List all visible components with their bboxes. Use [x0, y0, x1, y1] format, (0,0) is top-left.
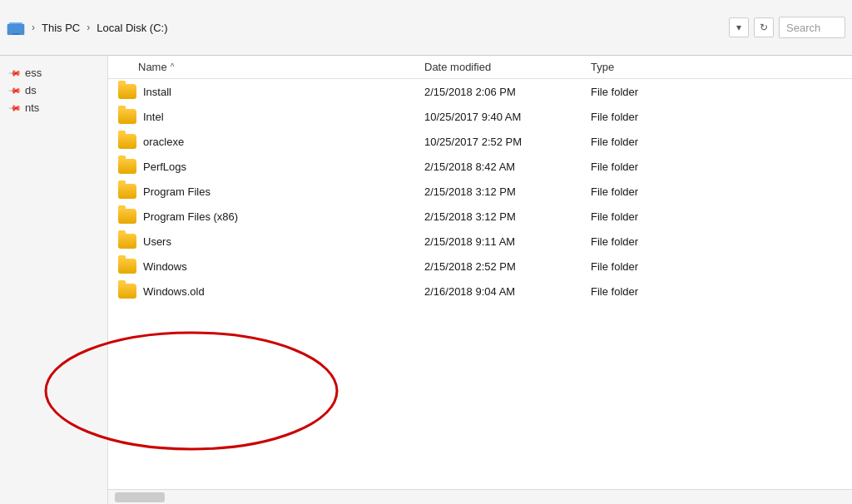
file-name-text: Windows.old	[143, 285, 205, 298]
sidebar-label-1: ess	[25, 67, 42, 79]
file-type-cell: File folder	[591, 185, 716, 198]
file-list-header: Name ^ Date modified Type	[108, 56, 852, 79]
file-date-cell: 2/15/2018 3:12 PM	[424, 185, 591, 198]
file-type-cell: File folder	[591, 210, 716, 223]
sidebar-label-3: nts	[25, 101, 39, 114]
table-row[interactable]: Program Files (x86) 2/15/2018 3:12 PM Fi…	[108, 204, 852, 229]
table-row[interactable]: Intel 10/25/2017 9:40 AM File folder	[108, 104, 852, 129]
file-name-text: Intel	[143, 111, 164, 123]
folder-icon	[118, 84, 136, 99]
sort-arrow-icon: ^	[171, 62, 175, 72]
col-header-name[interactable]: Name ^	[108, 61, 424, 73]
main-layout: 📌 ess 📌 ds 📌 nts Name ^ Date modif	[0, 56, 852, 504]
file-type-cell: File folder	[591, 111, 716, 123]
file-name-cell: Windows.old	[108, 284, 424, 299]
folder-icon	[118, 234, 136, 249]
file-date-cell: 2/15/2018 8:42 AM	[424, 161, 591, 173]
file-name-cell: Users	[108, 234, 424, 249]
pin-icon-3: 📌	[8, 101, 22, 114]
table-row[interactable]: Users 2/15/2018 9:11 AM File folder	[108, 229, 852, 254]
table-row[interactable]: Windows 2/15/2018 2:52 PM File folder	[108, 254, 852, 279]
folder-icon	[118, 159, 136, 174]
file-type-cell: File folder	[591, 161, 716, 173]
local-disk-label[interactable]: Local Disk (C:)	[97, 22, 167, 34]
file-name-cell: PerfLogs	[108, 159, 424, 174]
sidebar: 📌 ess 📌 ds 📌 nts	[0, 56, 108, 504]
folder-icon	[118, 284, 136, 299]
file-name-cell: Intel	[108, 109, 424, 124]
file-type-cell: File folder	[591, 235, 716, 248]
file-name-cell: Install	[108, 84, 424, 99]
this-pc-label[interactable]: This PC	[42, 22, 80, 34]
folder-icon	[118, 184, 136, 199]
pin-icon-2: 📌	[8, 83, 22, 96]
search-placeholder: Search	[786, 22, 820, 34]
file-list-area: Name ^ Date modified Type Install 2/15/2…	[108, 56, 852, 504]
address-bar-icon	[7, 20, 25, 35]
file-name-cell: Program Files	[108, 184, 424, 199]
file-name-cell: oraclexe	[108, 134, 424, 149]
sidebar-item-1[interactable]: 📌 ess	[0, 64, 107, 82]
file-date-cell: 2/15/2018 2:06 PM	[424, 86, 591, 98]
file-name-cell: Program Files (x86)	[108, 209, 424, 224]
table-row[interactable]: oraclexe 10/25/2017 2:52 PM File folder	[108, 129, 852, 154]
file-name-text: Users	[143, 235, 171, 248]
file-name-cell: Windows	[108, 259, 424, 274]
file-name-text: Windows	[143, 260, 187, 273]
file-explorer-window: › This PC › Local Disk (C:) ▾ ↻ Search 📌…	[0, 0, 852, 504]
file-name-text: Install	[143, 86, 171, 98]
folder-icon	[118, 209, 136, 224]
sidebar-item-3[interactable]: 📌 nts	[0, 99, 107, 116]
table-row[interactable]: Program Files 2/15/2018 3:12 PM File fol…	[108, 179, 852, 204]
file-date-cell: 10/25/2017 9:40 AM	[424, 111, 591, 123]
file-type-cell: File folder	[591, 260, 716, 273]
table-row[interactable]: Install 2/15/2018 2:06 PM File folder	[108, 79, 852, 104]
file-name-text: Program Files	[143, 185, 211, 198]
file-type-cell: File folder	[591, 86, 716, 98]
svg-rect-2	[12, 33, 19, 35]
address-bar: › This PC › Local Disk (C:) ▾ ↻ Search	[0, 0, 852, 56]
sidebar-label-2: ds	[25, 84, 37, 96]
file-type-cell: File folder	[591, 136, 716, 148]
svg-rect-1	[9, 22, 22, 24]
file-type-cell: File folder	[591, 285, 716, 298]
file-name-text: Program Files (x86)	[143, 210, 238, 223]
dropdown-button[interactable]: ▾	[729, 17, 749, 37]
table-row[interactable]: Windows.old 2/16/2018 9:04 AM File folde…	[108, 279, 852, 304]
refresh-button[interactable]: ↻	[754, 17, 774, 37]
file-date-cell: 10/25/2017 2:52 PM	[424, 136, 591, 148]
this-pc-icon	[7, 20, 25, 35]
file-date-cell: 2/15/2018 9:11 AM	[424, 235, 591, 248]
horizontal-scrollbar[interactable]	[115, 492, 165, 502]
file-name-text: oraclexe	[143, 136, 184, 148]
folder-icon	[118, 134, 136, 149]
folder-icon	[118, 259, 136, 274]
folder-icon	[118, 109, 136, 124]
col-header-date[interactable]: Date modified	[424, 61, 591, 73]
sidebar-item-2[interactable]: 📌 ds	[0, 82, 107, 99]
col-header-type[interactable]: Type	[591, 61, 716, 73]
file-date-cell: 2/16/2018 9:04 AM	[424, 285, 591, 298]
file-date-cell: 2/15/2018 3:12 PM	[424, 210, 591, 223]
breadcrumb-separator-2: ›	[85, 22, 92, 33]
table-row[interactable]: PerfLogs 2/15/2018 8:42 AM File folder	[108, 154, 852, 179]
scrollbar-area	[108, 489, 852, 504]
file-date-cell: 2/15/2018 2:52 PM	[424, 260, 591, 273]
pin-icon-1: 📌	[8, 66, 22, 79]
breadcrumb-separator-1: ›	[30, 22, 37, 33]
file-name-text: PerfLogs	[143, 161, 186, 173]
search-box[interactable]: Search	[779, 17, 845, 38]
